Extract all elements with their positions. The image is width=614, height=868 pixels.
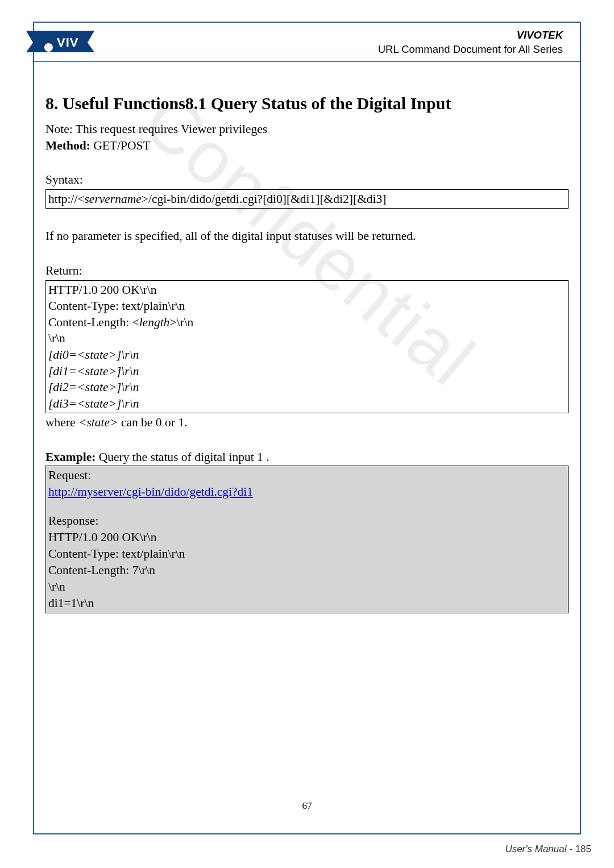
response-line: di1=1\r\n	[48, 595, 566, 612]
syntax-suffix: >/cgi-bin/dido/getdi.cgi?[di0][&di1][&di…	[142, 192, 387, 206]
section-heading: 8. Useful Functions8.1 Query Status of t…	[45, 94, 569, 113]
footer-right: User's Manual - 185	[505, 844, 591, 855]
example-block: Request: http://myserver/cgi-bin/dido/ge…	[45, 466, 569, 613]
privilege-note: Note: This request requires Viewer privi…	[45, 121, 569, 138]
return-line: Content-Length: <length>\r\n	[48, 314, 566, 331]
return-label: Return:	[45, 263, 569, 279]
return-line: \r\n	[48, 330, 566, 347]
document-title: URL Command Document for All Series	[378, 43, 563, 57]
syntax-label: Syntax:	[45, 172, 569, 188]
return-line: [di2=<state>]\r\n	[48, 379, 566, 396]
return-line: HTTP/1.0 200 OK\r\n	[48, 282, 566, 298]
page-header: VIV VIVOTEK URL Command Document for All…	[34, 23, 580, 62]
page-frame: VIV VIVOTEK URL Command Document for All…	[33, 22, 581, 834]
brand-logo: VIV	[26, 31, 94, 58]
return-line: [di3=<state>]\r\n	[48, 396, 566, 412]
brand-name: VIVOTEK	[378, 28, 563, 43]
response-label: Response:	[48, 513, 566, 529]
response-line: HTTP/1.0 200 OK\r\n	[48, 529, 566, 546]
header-right: VIVOTEK URL Command Document for All Ser…	[378, 28, 563, 57]
syntax-box: http://<servername>/cgi-bin/dido/getdi.c…	[45, 189, 569, 209]
footer-label: User's Manual -	[505, 844, 575, 854]
method-label: Method:	[45, 139, 90, 152]
request-label: Request:	[48, 467, 566, 484]
response-line: \r\n	[48, 579, 566, 595]
center-page-number: 67	[34, 800, 580, 812]
return-line: [di1=<state>]\r\n	[48, 363, 566, 380]
example-label: Example:	[45, 450, 96, 464]
response-line: Content-Length: 7\r\n	[48, 562, 566, 579]
return-line: Content-Type: text/plain\r\n	[48, 298, 566, 314]
return-line: [di0=<state>]\r\n	[48, 347, 566, 363]
return-box: HTTP/1.0 200 OK\r\n Content-Type: text/p…	[45, 280, 569, 414]
syntax-prefix: http://<	[48, 192, 85, 206]
method-line: Method: GET/POST	[45, 138, 569, 154]
example-line: Example: Query the status of digital inp…	[45, 449, 569, 466]
param-note: If no parameter is specified, all of the…	[45, 228, 569, 244]
footer-page-number: 185	[575, 844, 591, 854]
content-area: Confidential 8. Useful Functions8.1 Quer…	[34, 62, 580, 613]
method-value: GET/POST	[90, 139, 151, 152]
response-line: Content-Type: text/plain\r\n	[48, 546, 566, 562]
logo-text: VIV	[57, 35, 78, 50]
syntax-servervar: servername	[85, 192, 142, 206]
example-text: Query the status of digital input 1 .	[96, 450, 269, 464]
request-url-link[interactable]: http://myserver/cgi-bin/dido/getdi.cgi?d…	[48, 485, 253, 499]
where-line: where <state> can be 0 or 1.	[45, 414, 569, 431]
